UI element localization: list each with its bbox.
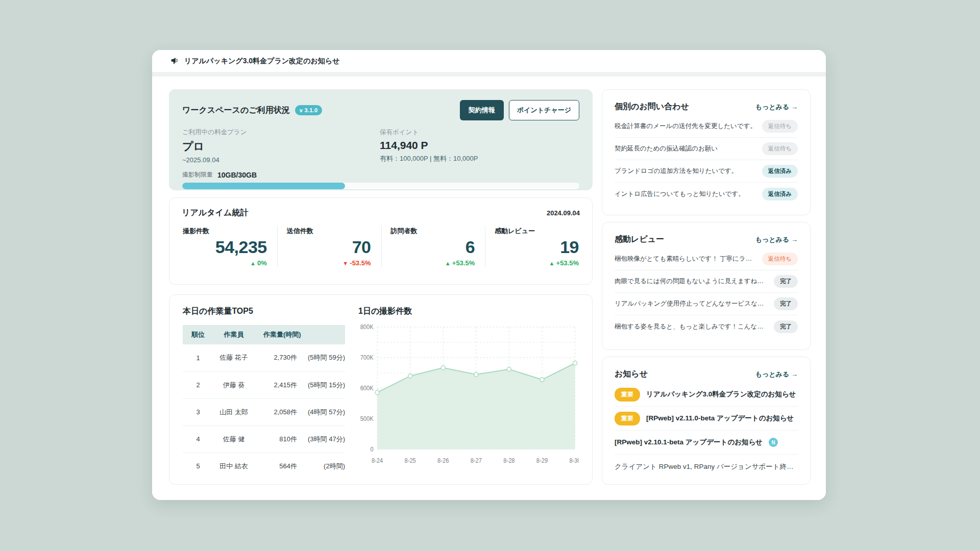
list-item-text: 梱包映像がとても素晴らしいです！ 丁寧にラッピングし... [615,255,757,263]
version-badge: v 3.1.0 [295,105,323,115]
status-badge: 返信待ち [762,142,798,155]
column-header-amount: 作業量(時間) [254,325,345,344]
reviews-card: 感動レビュー もっとみる 梱包映像がとても素晴らしいです！ 丁寧にラッピングし.… [602,222,811,350]
table-row: 2伊藤 葵2,415件(5時間 15分) [183,371,345,398]
amount-count: 2,730件 [257,353,297,362]
list-item[interactable]: 梱包する姿を見ると、もっと楽しみです！こんな細かいとこ...完了 [615,315,798,338]
cell-amount: 2,415件(5時間 15分) [254,371,345,398]
announcement-title: リアルパッキング3.0料金プラン改定のお知らせ [184,57,339,66]
inquiries-more-link[interactable]: もっとみる [755,103,798,112]
stat-delta: +53.5% [391,259,475,267]
stat-value: 70 [287,237,371,257]
table-row: 1佐藤 花子2,730件(5時間 59分) [183,344,345,371]
table-row: 5田中 結衣564件(2時間) [183,453,345,480]
stat-delta: 0% [183,259,267,267]
notice-text: リアルパッキング3.0料金プラン改定のお知らせ [646,390,796,399]
cell-amount: 2,730件(5時間 59分) [254,344,345,371]
announcement-bar[interactable]: リアルパッキング3.0料金プラン改定のお知らせ [152,50,826,72]
left-column: ワークスペースのご利用状況 v 3.1.0 契約情報 ポイントチャージ ご利用中… [169,89,593,485]
plan-label: ご利用中の料金プラン [182,128,380,137]
storage-progress-fill [182,183,345,189]
list-item[interactable]: ブランドロゴの追加方法を知りたいです。返信済み [615,160,798,183]
points-value: 114,940 P [380,139,478,152]
amount-count: 2,415件 [257,381,297,390]
notice-item[interactable]: [RPweb] v2.10.1-beta アップデートのお知らせN [615,431,798,455]
cell-worker: 佐藤 花子 [213,344,254,371]
realtime-stats-card: リアルタイム統計 2024.09.04 撮影件数54,2350%送信件数70-5… [169,197,593,285]
list-item-text: 契約延長のための振込確認のお願い [615,144,718,153]
y-axis-tick: 700K [360,354,374,361]
realtime-stats-date: 2024.09.04 [547,209,580,217]
amount-inner: 564件(2時間) [257,462,345,471]
notice-text: [RPweb] v2.11.0-beta アップデートのお知らせ [646,414,794,423]
notice-item[interactable]: 重要リアルパッキング3.0料金プラン改定のお知らせ [615,383,798,407]
inquiries-card: 個別のお問い合わせ もっとみる 税金計算書のメールの送付先を変更したいです。返信… [602,89,811,215]
inquiries-list: 税金計算書のメールの送付先を変更したいです。返信待ち契約延長のための振込確認のお… [615,115,798,205]
daily-shots-title: 1日の撮影件数 [358,306,579,317]
cell-rank: 2 [183,371,213,398]
plan-value: プロ [182,139,380,154]
x-axis-tick: 8-30 [569,457,579,464]
new-badge: N [769,438,778,447]
cell-amount: 2,058件(4時間 57分) [254,398,345,425]
stat-label: 訪問者数 [391,227,475,236]
x-axis-tick: 8-29 [536,457,548,464]
notice-text: クライアント RPweb v1, RPany バージョンサポート終了のお... [615,462,798,471]
list-item[interactable]: 肉眼で見るには何の問題もないように見えますね！とてもい...完了 [615,270,798,293]
point-charge-button[interactable]: ポイントチャージ [509,100,579,120]
important-badge: 重要 [615,412,640,425]
storage-progress-bar [182,183,579,189]
cell-rank: 3 [183,398,213,425]
list-item[interactable]: イントロ広告についてもっと知りたいです。返信済み [615,183,798,205]
top5-table-section: 本日の作業量TOP5 順位 作業員 作業量(時間) 1佐藤 花子2,730件(5… [183,306,345,473]
important-badge: 重要 [615,388,640,402]
dashboard-body: ワークスペースのご利用状況 v 3.1.0 契約情報 ポイントチャージ ご利用中… [152,77,826,500]
notices-card: お知らせ もっとみる 重要リアルパッキング3.0料金プラン改定のお知らせ重要[R… [602,357,811,485]
table-row: 4佐藤 健810件(3時間 47分) [183,425,345,453]
notice-item[interactable]: 重要[RPweb] v2.11.0-beta アップデートのお知らせ [615,407,798,431]
amount-count: 810件 [257,435,297,444]
top5-title: 本日の作業量TOP5 [183,306,345,317]
stat-訪問者数: 訪問者数6+53.5% [381,226,485,267]
daily-shots-area-chart: 800K700K600K500K08-248-258-268-278-288-2… [358,322,579,471]
contract-info-button[interactable]: 契約情報 [460,100,504,120]
cell-amount: 810件(3時間 47分) [254,425,345,453]
reviews-title: 感動レビュー [615,234,664,245]
cell-rank: 4 [183,425,213,453]
column-header-worker: 作業員 [213,325,254,344]
status-badge: 完了 [774,320,798,333]
cell-rank: 1 [183,344,213,371]
stat-撮影件数: 撮影件数54,2350% [182,226,277,267]
amount-inner: 2,415件(5時間 15分) [257,381,345,390]
topbar-divider [152,72,826,77]
workspace-card-title: ワークスペースのご利用状況 [182,105,290,116]
status-badge: 返信待ち [762,253,798,265]
reviews-more-link[interactable]: もっとみる [755,235,798,244]
inquiries-title: 個別のお問い合わせ [615,102,689,112]
notices-more-link[interactable]: もっとみる [755,370,798,379]
notice-item[interactable]: クライアント RPweb v1, RPany バージョンサポート終了のお... [615,455,798,479]
plan-expiry: ~2025.09.04 [182,156,380,164]
list-item[interactable]: 梱包映像がとても素晴らしいです！ 丁寧にラッピングし...返信待ち [615,248,798,270]
stat-感動レビュー: 感動レビュー19+53.5% [485,226,580,267]
amount-time: (5時間 15分) [297,381,345,390]
status-badge: 完了 [774,275,798,288]
amount-time: (3時間 47分) [297,435,345,444]
list-item-text: ブランドロゴの追加方法を知りたいです。 [615,167,738,176]
list-item[interactable]: 契約延長のための振込確認のお願い返信待ち [615,138,798,160]
workspace-usage-card: ワークスペースのご利用状況 v 3.1.0 契約情報 ポイントチャージ ご利用中… [169,89,593,190]
table-row: 3山田 太郎2,058件(4時間 57分) [183,398,345,425]
list-item[interactable]: 税金計算書のメールの送付先を変更したいです。返信待ち [615,115,798,138]
stat-送信件数: 送信件数70-53.5% [277,226,381,267]
cell-worker: 伊藤 葵 [213,371,254,398]
stat-delta: +53.5% [495,259,579,267]
column-header-rank: 順位 [183,325,213,344]
y-axis-tick: 800K [360,323,374,331]
points-detail: 有料：100,000P | 無料：10,000P [380,154,478,163]
stat-label: 感動レビュー [495,227,579,236]
right-column: 個別のお問い合わせ もっとみる 税金計算書のメールの送付先を変更したいです。返信… [602,89,811,485]
amount-time: (5時間 59分) [297,353,345,362]
amount-time: (4時間 57分) [297,408,345,417]
list-item[interactable]: リアルパッキング使用停止ってどんなサービスなんですか？...完了 [615,293,798,315]
stat-value: 6 [391,237,475,257]
